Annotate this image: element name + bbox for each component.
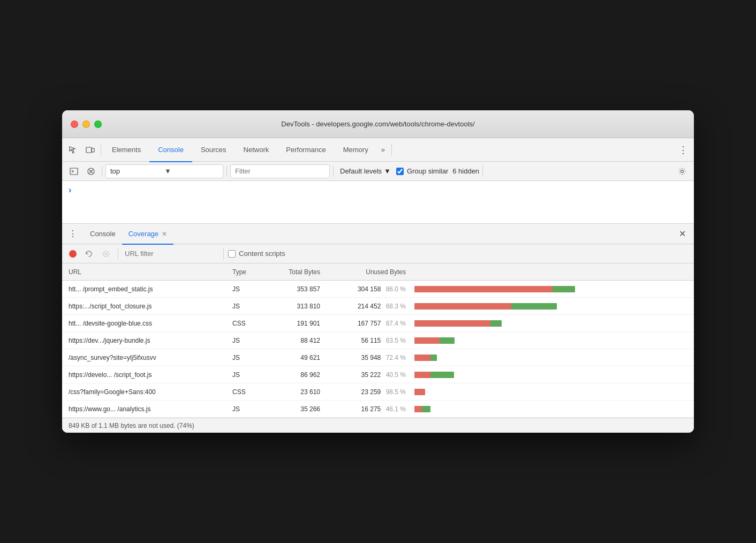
panel-close-btn[interactable]: ✕ [675,227,690,242]
tab-sources[interactable]: Sources [192,139,235,162]
footer-text: 849 KB of 1.1 MB bytes are not used. (74… [69,422,194,429]
clear-console-btn[interactable] [84,164,99,179]
content-scripts-label[interactable]: Content scripts [228,250,285,258]
hidden-count: 6 hidden [452,167,479,175]
table-row[interactable]: /css?family=Google+Sans:400 CSS 23 610 2… [62,383,694,401]
col-header-unused[interactable]: Unused Bytes [324,268,410,276]
traffic-lights [71,120,102,128]
content-scripts-text: Content scripts [239,250,285,258]
cell-url-1: https:.../script_foot_closure.js [62,303,228,310]
titlebar: DevTools - developers.google.com/web/too… [62,110,694,138]
devtools-menu-icon[interactable]: ⋮ [675,141,692,159]
tab-network[interactable]: Network [235,139,278,162]
table-row[interactable]: https://dev.../jquery-bundle.js JS 88 41… [62,332,694,349]
cell-total-5: 86 962 [266,371,324,379]
table-row[interactable]: https://develo... /script_foot.js JS 86 … [62,366,694,383]
cell-url-3: https://dev.../jquery-bundle.js [62,337,228,344]
url-filter-input[interactable] [123,247,219,261]
svg-point-4 [681,170,684,172]
table-row[interactable]: /async_survey?site=ylj5ifxusvv JS 49 621… [62,349,694,366]
tab-elements[interactable]: Elements [103,139,149,162]
col-header-type[interactable]: Type [228,268,266,276]
cell-unused-4: 35 948 72.4 % [324,354,410,361]
console-sep-3 [333,166,334,177]
console-sep-2 [226,166,227,177]
window-title: DevTools - developers.google.com/web/too… [281,120,474,128]
settings-gear-icon[interactable] [675,164,690,179]
svg-rect-0 [86,147,92,153]
cell-bar-2 [410,320,694,327]
cell-type-4: JS [228,354,266,361]
cell-unused-7: 16 275 46.1 % [324,405,410,413]
table-row[interactable]: htt... /devsite-google-blue.css CSS 191 … [62,315,694,332]
cell-total-7: 35 266 [266,405,324,413]
panel-tab-console[interactable]: Console [84,224,122,245]
coverage-tab-close[interactable]: ✕ [162,230,167,238]
cell-bar-1 [410,303,694,310]
col-header-total[interactable]: Total Bytes [266,268,324,276]
devtools-window: DevTools - developers.google.com/web/too… [62,110,694,433]
cell-total-3: 88 412 [266,337,324,344]
close-button[interactable] [71,120,78,128]
tab-console[interactable]: Console [149,139,192,162]
cell-type-0: JS [228,285,266,293]
console-sep-1 [102,166,102,177]
cell-unused-5: 35 222 40.5 % [324,371,410,379]
col-header-url[interactable]: URL [62,268,228,276]
devtools-tabs-bar: Elements Console Sources Network Perform… [62,138,694,162]
table-row[interactable]: htt... /prompt_embed_static.js JS 353 85… [62,281,694,298]
inspect-icon[interactable] [64,141,81,159]
cell-total-4: 49 621 [266,354,324,361]
cell-url-5: https://develo... /script_foot.js [62,371,228,379]
panel-menu-btn[interactable]: ⋮ [66,228,79,240]
minimize-button[interactable] [82,120,90,128]
group-similar-checkbox[interactable] [396,168,404,175]
cell-bar-6 [410,388,694,396]
console-caret[interactable]: › [69,185,71,194]
cell-total-1: 313 810 [266,303,324,310]
record-btn[interactable] [66,247,79,260]
device-toggle-icon[interactable] [81,141,99,159]
cell-total-0: 353 857 [266,285,324,293]
cell-unused-6: 23 259 98.5 % [324,388,410,396]
maximize-button[interactable] [94,120,102,128]
group-similar-label[interactable]: Group similar [396,167,448,175]
reload-btn[interactable] [81,246,96,261]
context-dropdown-arrow: ▼ [164,167,218,175]
coverage-footer: 849 KB of 1.1 MB bytes are not used. (74… [62,418,694,433]
svg-rect-1 [92,148,94,152]
clear-btn[interactable] [99,246,114,261]
show-console-btn[interactable] [66,164,81,179]
cell-total-6: 23 610 [266,388,324,396]
cell-url-7: https://www.go... /analytics.js [62,405,228,413]
coverage-toolbar: Content scripts [62,244,694,263]
cov-sep-1 [118,248,118,259]
toolbar-sep-1 [101,144,101,156]
tab-memory[interactable]: Memory [335,139,377,162]
content-scripts-checkbox[interactable] [228,250,236,258]
cell-url-2: htt... /devsite-google-blue.css [62,320,228,327]
cell-bar-0 [410,285,694,293]
more-tabs-btn[interactable]: » [377,138,389,162]
table-row[interactable]: https:.../script_foot_closure.js JS 313 … [62,298,694,315]
table-row[interactable]: https://www.go... /analytics.js JS 35 26… [62,401,694,418]
cell-type-6: CSS [228,388,266,396]
bottom-panel: ⋮ Console Coverage ✕ ✕ [62,224,694,433]
cell-url-6: /css?family=Google+Sans:400 [62,388,228,396]
cell-type-1: JS [228,303,266,310]
cell-bar-7 [410,405,694,413]
cell-unused-3: 56 115 63.5 % [324,337,410,344]
toolbar-sep-2 [391,144,392,156]
context-selector[interactable]: top ▼ [105,164,223,178]
table-body: htt... /prompt_embed_static.js JS 353 85… [62,281,694,418]
cell-bar-5 [410,371,694,379]
cell-url-0: htt... /prompt_embed_static.js [62,285,228,293]
console-content: › [62,181,694,224]
filter-input[interactable] [230,164,330,178]
cell-type-5: JS [228,371,266,379]
panel-tab-coverage[interactable]: Coverage ✕ [122,224,173,245]
tab-performance[interactable]: Performance [277,139,334,162]
default-levels-btn[interactable]: Default levels ▼ [337,166,394,176]
table-header-row: URL Type Total Bytes Unused Bytes [62,263,694,281]
coverage-table: URL Type Total Bytes Unused Bytes htt...… [62,263,694,418]
